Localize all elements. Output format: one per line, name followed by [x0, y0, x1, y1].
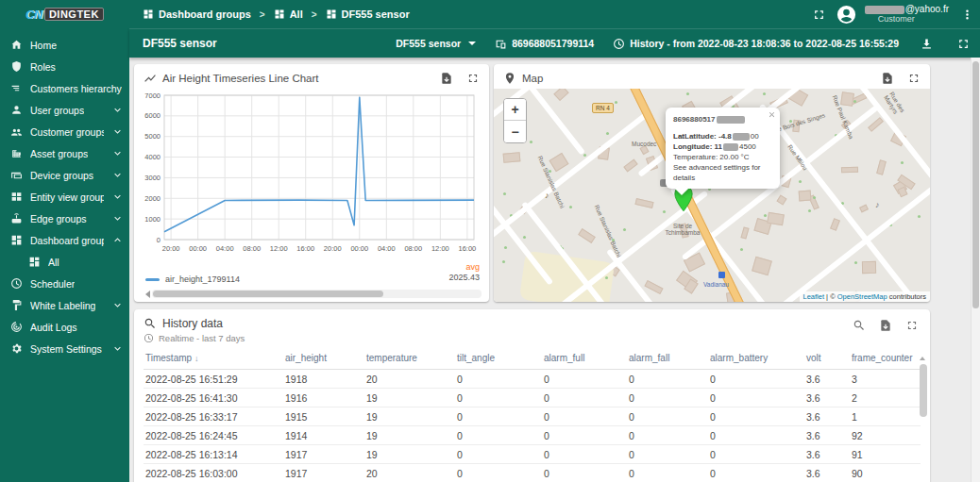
export-widget-button[interactable]: [877, 317, 894, 334]
svg-text:00:00: 00:00: [189, 244, 207, 253]
svg-text:20:00: 20:00: [162, 244, 180, 253]
dashboard-toolbar: DF555 sensor DF555 sensor 86968805179911…: [129, 28, 980, 58]
page-scrollbar[interactable]: [971, 58, 980, 482]
table-widget-title: History data: [162, 317, 223, 330]
column-header-timestamp[interactable]: Timestamp ↓: [144, 349, 283, 370]
scrollbar-thumb[interactable]: [153, 291, 383, 297]
svg-text:04:00: 04:00: [378, 244, 396, 253]
map-tree-dot: [502, 260, 505, 263]
sidebar-item-system-settings[interactable]: System Settings: [0, 338, 129, 359]
leaflet-link[interactable]: Leaflet: [803, 292, 825, 301]
map-street: [765, 177, 930, 302]
sidebar-item-roles[interactable]: Roles: [0, 56, 129, 77]
svg-text:16:00: 16:00: [458, 244, 476, 253]
sidebar-item-user-groups[interactable]: User groups: [0, 99, 129, 121]
table-search-button[interactable]: [851, 317, 868, 334]
sidebar-item-customer-groups[interactable]: Customer groups: [0, 121, 129, 142]
table-row[interactable]: 2022-08-25 16:03:0019172000003.690: [144, 464, 921, 482]
breadcrumb-item-df555-sensor[interactable]: DF555 sensor: [326, 8, 410, 20]
export-dashboard-button[interactable]: [918, 35, 936, 53]
fullscreen-icon: [907, 72, 921, 85]
table-row[interactable]: 2022-08-25 16:41:3019161900003.62: [144, 389, 921, 407]
map-tree-dot: [813, 196, 816, 199]
expand-widget-button[interactable]: [904, 317, 921, 334]
column-header-alarm-battery[interactable]: alarm_battery: [708, 349, 804, 370]
map-tree-dot: [623, 228, 626, 231]
map-building: [549, 153, 569, 172]
table-cell: 3.6: [804, 389, 850, 407]
column-header-temperature[interactable]: temperature: [364, 349, 455, 370]
table-row[interactable]: 2022-08-25 16:13:1419171900003.691: [144, 445, 921, 464]
column-header-alarm-full[interactable]: alarm_full: [542, 349, 627, 370]
sidebar-item-edge-groups[interactable]: Edge groups: [0, 208, 129, 229]
table-cell: 0: [455, 370, 542, 389]
column-header-alarm-fall[interactable]: alarm_fall: [627, 349, 708, 370]
osm-link[interactable]: OpenStreetMap: [837, 292, 887, 301]
table-cell: 1915: [283, 407, 364, 426]
user-email: @yahoo.fr: [865, 5, 949, 14]
avatar[interactable]: [836, 4, 857, 25]
expand-widget-button[interactable]: [465, 70, 482, 87]
sidebar-menu: HomeRolesCustomers hierarchyUser groupsC…: [0, 28, 129, 482]
user-role: Customer: [865, 14, 949, 24]
table-cell: 0: [455, 445, 542, 464]
column-header-air-height[interactable]: air_height: [283, 349, 364, 370]
chart-horizontal-scrollbar[interactable]: [145, 290, 482, 298]
scroll-left-arrow-icon[interactable]: [145, 291, 150, 298]
map-building: [868, 117, 884, 132]
sidebar-item-label: White Labeling: [30, 300, 95, 311]
sidebar-item-device-groups[interactable]: Device groups: [0, 164, 129, 186]
popup-close-button[interactable]: [768, 110, 776, 122]
chevron-down-icon: [111, 342, 124, 355]
table-vertical-scrollbar[interactable]: [920, 364, 927, 482]
export-icon: [440, 72, 453, 85]
svg-text:08:00: 08:00: [404, 244, 422, 253]
device-id-chip[interactable]: 869688051799114: [495, 38, 594, 50]
sidebar-item-white-labeling[interactable]: White Labeling: [0, 294, 129, 316]
redacted-text: [717, 116, 745, 124]
table-cell: 3.6: [804, 426, 850, 445]
dashboard-fullscreen-button[interactable]: [955, 35, 972, 53]
scrollbar-thumb[interactable]: [920, 364, 927, 417]
map-widget-actions: [879, 70, 922, 87]
sidebar-item-label: Scheduler: [30, 278, 75, 290]
export-widget-button[interactable]: [438, 70, 455, 87]
table-timewindow[interactable]: Realtime - last 7 days: [144, 333, 245, 343]
expand-widget-button[interactable]: [905, 70, 922, 87]
zoom-out-button[interactable]: −: [504, 121, 526, 142]
fullscreen-button[interactable]: [810, 6, 828, 24]
user-menu-button[interactable]: [958, 6, 976, 24]
chevron-down-icon: [111, 125, 124, 138]
map-canvas[interactable]: ♪♪ + − 8696880517 LatLatitude: -4.800 Lo…: [494, 89, 930, 302]
column-header-tilt-angle[interactable]: tilt_angle: [455, 349, 542, 370]
map-street-label: Site de Tchimbamba: [645, 223, 720, 236]
timewindow-button[interactable]: History - from 2022-08-23 18:08:36 to 20…: [613, 38, 899, 50]
entity-select[interactable]: DF555 sensor: [396, 38, 476, 49]
table-row[interactable]: 2022-08-25 16:33:1719151900003.61: [144, 407, 921, 426]
user-block[interactable]: @yahoo.fr Customer: [865, 5, 949, 24]
sidebar-item-asset-groups[interactable]: Asset groups: [0, 142, 129, 164]
sidebar-item-audit-logs[interactable]: Audit Logs: [0, 316, 129, 338]
sidebar-item-dashboard-groups[interactable]: Dashboard groups: [0, 229, 129, 251]
sidebar-item-all[interactable]: All: [0, 251, 129, 273]
svg-text:08:00: 08:00: [243, 244, 261, 253]
scrollbar-track[interactable]: [152, 290, 482, 298]
scroll-up-arrow-icon[interactable]: [920, 357, 925, 360]
export-widget-button[interactable]: [879, 70, 896, 87]
sidebar-item-customers-hierarchy[interactable]: Customers hierarchy: [0, 77, 129, 99]
breadcrumb-item-dashboard-groups[interactable]: Dashboard groups: [143, 8, 251, 20]
map-building: [841, 167, 858, 174]
zoom-in-button[interactable]: +: [504, 99, 526, 121]
page-scrollbar-thumb[interactable]: [972, 61, 979, 308]
chart-legend[interactable]: air_height_1799114: [145, 274, 240, 284]
table-row[interactable]: 2022-08-25 16:24:4519141900003.692: [144, 426, 921, 445]
table-row[interactable]: 2022-08-25 16:51:2919182000003.63: [144, 370, 921, 389]
table-cell: 0: [708, 464, 804, 482]
sidebar-item-scheduler[interactable]: Scheduler: [0, 273, 129, 294]
breadcrumb-item-all[interactable]: All: [274, 8, 303, 20]
chevron-down-icon: [111, 169, 124, 181]
column-header-frame-counter[interactable]: frame_counter: [850, 349, 921, 370]
sidebar-item-home[interactable]: Home: [0, 34, 129, 56]
column-header-volt[interactable]: volt: [804, 349, 850, 370]
sidebar-item-entity-view-groups[interactable]: Entity view groups: [0, 186, 129, 208]
